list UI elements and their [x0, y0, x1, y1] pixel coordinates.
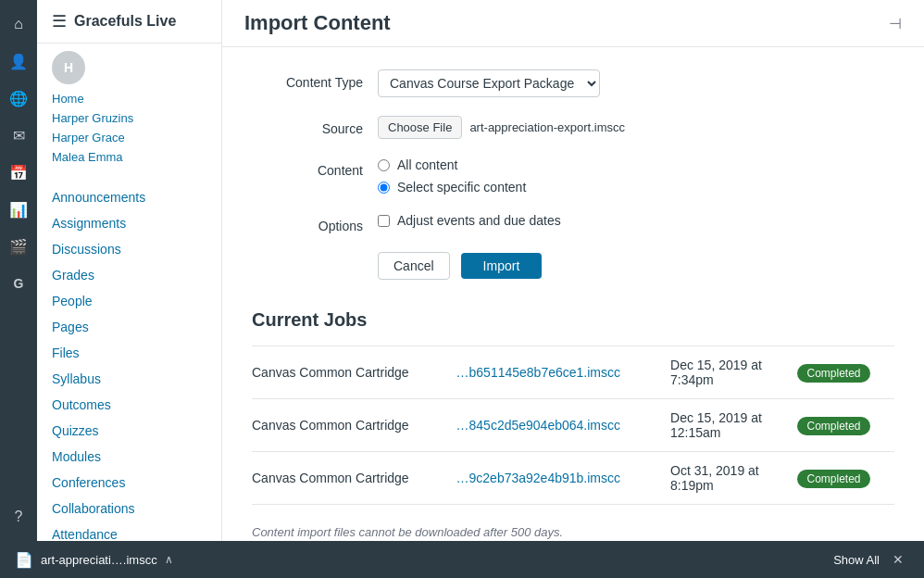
content-type-select[interactable]: Canvas Course Export Package — [378, 69, 600, 97]
show-all-button[interactable]: Show All — [833, 553, 880, 567]
adjust-dates-checkbox[interactable] — [378, 215, 390, 227]
content-row: Content All content Select specific cont… — [252, 157, 807, 195]
select-specific-radio[interactable] — [378, 182, 390, 194]
content-area: Content Type Canvas Course Export Packag… — [222, 47, 924, 541]
job-type-1: Canvas Common Cartridge — [252, 346, 449, 399]
bottom-bar: 📄 art-appreciati….imscc ∧ Show All ✕ — [0, 541, 924, 578]
sidebar: ☰ Gracefuls Live H Home Harper Gruzins H… — [37, 0, 222, 541]
bottom-bar-right: Show All ✕ — [833, 548, 909, 571]
sidebar-item-announcements[interactable]: Announcements — [37, 184, 221, 210]
user-link-malea-emma[interactable]: Malea Emma — [52, 148, 206, 166]
table-row: Canvas Common Cartridge …9c2eb73a92e4b91… — [252, 452, 894, 505]
job-date-3: Oct 31, 2019 at 8:19pm — [663, 452, 790, 505]
job-link-3[interactable]: …9c2eb73a92e4b91b.imscc — [456, 471, 620, 485]
job-status-3: Completed — [790, 452, 894, 505]
jobs-table: Canvas Common Cartridge …b651145e8b7e6ce… — [252, 346, 894, 541]
content-type-control: Canvas Course Export Package — [378, 69, 807, 97]
sidebar-item-conferences[interactable]: Conferences — [37, 470, 221, 496]
sidebar-header: ☰ Gracefuls Live — [37, 0, 221, 44]
app-title: Gracefuls Live — [74, 13, 176, 30]
content-type-row: Content Type Canvas Course Export Packag… — [252, 69, 807, 97]
close-bottom-bar-button[interactable]: ✕ — [887, 548, 909, 571]
user-link-harper-grace[interactable]: Harper Grace — [52, 129, 206, 146]
job-status-1: Completed — [790, 346, 894, 399]
job-status-2: Completed — [790, 399, 894, 452]
select-specific-option[interactable]: Select specific content — [378, 180, 807, 195]
import-button[interactable]: Import — [461, 253, 543, 279]
table-row: Canvas Common Cartridge …b651145e8b7e6ce… — [252, 346, 894, 399]
content-type-label: Content Type — [252, 69, 363, 90]
bottom-bar-chevron-icon[interactable]: ∧ — [165, 553, 173, 566]
home-link[interactable]: Home — [52, 90, 206, 107]
inbox-rail-icon[interactable]: ✉ — [2, 119, 35, 152]
user-rail-icon[interactable]: 👤 — [2, 44, 35, 78]
choose-file-button[interactable]: Choose File — [378, 116, 462, 139]
options-row: Options Adjust events and due dates — [252, 213, 807, 233]
content-label: Content — [252, 157, 363, 178]
all-content-option[interactable]: All content — [378, 157, 807, 172]
source-label: Source — [252, 116, 363, 136]
sidebar-item-assignments[interactable]: Assignments — [37, 210, 221, 236]
source-control: Choose File art-appreciation-export.imsc… — [378, 116, 807, 139]
chart-rail-icon[interactable]: 📊 — [2, 193, 35, 226]
adjust-dates-option[interactable]: Adjust events and due dates — [378, 213, 807, 228]
bottom-bar-filename: art-appreciati….imscc — [41, 553, 157, 567]
job-link-2[interactable]: …845c2d5e904eb064.imscc — [456, 418, 620, 433]
hamburger-button[interactable]: ☰ — [52, 11, 67, 31]
calendar-rail-icon[interactable]: 📅 — [2, 156, 35, 189]
sidebar-nav: Announcements Assignments Discussions Gr… — [37, 181, 221, 541]
job-type-2: Canvas Common Cartridge — [252, 399, 449, 452]
sidebar-item-syllabus[interactable]: Syllabus — [37, 366, 221, 392]
sidebar-item-grades[interactable]: Grades — [37, 262, 221, 288]
home-rail-icon[interactable]: ⌂ — [2, 7, 35, 41]
video-rail-icon[interactable]: 🎬 — [2, 230, 35, 263]
page-title: Import Content — [244, 11, 391, 35]
sidebar-item-quizzes[interactable]: Quizzes — [37, 418, 221, 444]
sidebar-item-outcomes[interactable]: Outcomes — [37, 392, 221, 418]
action-buttons: Cancel Import — [378, 252, 807, 280]
job-type-3: Canvas Common Cartridge — [252, 452, 449, 505]
help-rail-icon[interactable]: ? — [2, 500, 35, 534]
user-link-harper-gruzins[interactable]: Harper Gruzins — [52, 109, 206, 127]
content-control: All content Select specific content — [378, 157, 807, 195]
sidebar-item-collaborations[interactable]: Collaborations — [37, 496, 221, 521]
sidebar-item-pages[interactable]: Pages — [37, 314, 221, 340]
options-control: Adjust events and due dates — [378, 213, 807, 228]
file-download-icon: 📄 — [15, 551, 33, 569]
bottom-bar-left: 📄 art-appreciati….imscc ∧ — [15, 551, 173, 569]
sidebar-item-modules[interactable]: Modules — [37, 444, 221, 470]
options-label: Options — [252, 213, 363, 233]
job-date-1: Dec 15, 2019 at 7:34pm — [663, 346, 790, 399]
cancel-button[interactable]: Cancel — [378, 252, 450, 280]
sidebar-item-people[interactable]: People — [37, 288, 221, 314]
adjust-dates-label: Adjust events and due dates — [397, 213, 561, 228]
file-name-display: art-appreciation-export.imscc — [469, 120, 625, 134]
avatar: H — [52, 51, 85, 84]
sidebar-item-attendance[interactable]: Attendance — [37, 521, 221, 541]
current-jobs-title: Current Jobs — [252, 309, 894, 331]
globe-rail-icon[interactable]: 🌐 — [2, 82, 35, 115]
icon-rail: ⌂ 👤 🌐 ✉ 📅 📊 🎬 G ? — [0, 0, 37, 541]
all-content-label: All content — [397, 157, 457, 172]
table-row: Canvas Common Cartridge …845c2d5e904eb06… — [252, 399, 894, 452]
job-date-2: Dec 15, 2019 at 12:15am — [663, 399, 790, 452]
all-content-radio[interactable] — [378, 159, 390, 171]
canvas-rail-icon[interactable]: G — [2, 267, 35, 300]
main-content: Import Content ⊣ Content Type Canvas Cou… — [222, 0, 924, 541]
select-specific-label: Select specific content — [397, 180, 526, 195]
import-form: Content Type Canvas Course Export Packag… — [252, 69, 807, 280]
sidebar-item-discussions[interactable]: Discussions — [37, 236, 221, 262]
file-input-area: Choose File art-appreciation-export.imsc… — [378, 116, 807, 139]
collapse-panel-icon[interactable]: ⊣ — [889, 15, 902, 32]
sidebar-user-section: H Home Harper Gruzins Harper Grace Malea… — [37, 44, 221, 173]
sidebar-item-files[interactable]: Files — [37, 340, 221, 366]
job-link-1[interactable]: …b651145e8b7e6ce1.imscc — [456, 365, 620, 380]
job-note: Content import files cannot be downloade… — [252, 516, 887, 541]
table-row-note: Content import files cannot be downloade… — [252, 505, 894, 542]
main-header: Import Content ⊣ — [222, 0, 924, 47]
content-radio-group: All content Select specific content — [378, 157, 807, 195]
source-row: Source Choose File art-appreciation-expo… — [252, 116, 807, 139]
